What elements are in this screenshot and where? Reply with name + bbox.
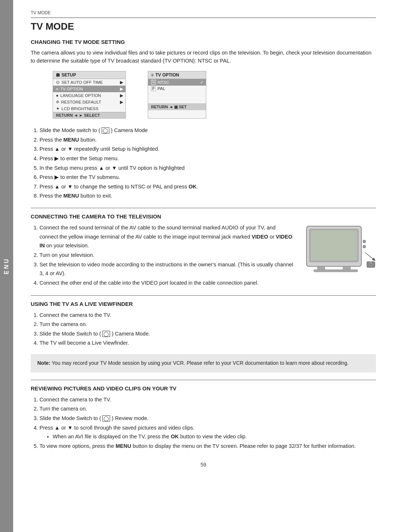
lcd-icon: ✦ [56, 106, 60, 111]
step-4: Press ▶ to enter the Setup menu. [40, 154, 376, 163]
breadcrumb: TV MODE [31, 10, 376, 18]
option-row-ntsc: N NTSC ✓ [148, 79, 206, 86]
enu-tab: ENU [0, 0, 13, 532]
review-step-5: To view more options, press the MENU but… [40, 442, 376, 451]
viewfinder-heading: USING THE TV AS A LIVE VIEWFINDER [31, 301, 376, 307]
step-3: Press ▲ or ▼ repeatedly until Setup is h… [40, 145, 376, 154]
svg-rect-5 [314, 270, 358, 272]
option-row-pal: P PAL [148, 86, 206, 92]
connecting-content: Connect the red sound terminal of the AV… [31, 223, 376, 288]
arrow-autooff: ▶ [120, 80, 123, 85]
section-divider-1 [31, 208, 376, 208]
tv-option-box: ≡ TV OPTION N NTSC ✓ P PAL [148, 71, 206, 119]
svg-point-7 [363, 245, 366, 248]
camera-mode-icon: ◯ [102, 127, 109, 134]
connect-step-4: Connect the other end of the cable into … [40, 278, 296, 288]
connect-step-1: Connect the red sound terminal of the AV… [40, 223, 296, 250]
review-sub-list: When an AVI file is displayed on the TV,… [53, 432, 376, 441]
svg-point-6 [363, 240, 366, 243]
note-box: Note: You may record your TV Mode sessio… [31, 354, 376, 372]
section-live-viewfinder: USING THE TV AS A LIVE VIEWFINDER Connec… [31, 301, 376, 348]
view-step-1: Connect the camera to the TV. [40, 311, 376, 320]
viewfinder-steps: Connect the camera to the TV. Turn the c… [40, 311, 376, 348]
tv-option-footer: RETURN ◄ ▣ SET [148, 104, 206, 110]
tv-option-header: ≡ TV OPTION [148, 71, 206, 79]
connecting-heading: CONNECTING THE CAMERA TO THE TELEVISION [31, 213, 376, 220]
arrow-tvoption: ▶ [120, 86, 123, 91]
connecting-steps: Connect the red sound terminal of the AV… [40, 223, 296, 287]
view-step-3: Slide the Mode Switch to ( ◯ ) Camera Mo… [40, 329, 376, 338]
changing-steps: Slide the Mode switch to ( ◯ ) Camera Mo… [40, 126, 376, 201]
svg-rect-2 [311, 231, 357, 261]
tv-svg [303, 223, 376, 282]
section-divider-2 [31, 295, 376, 296]
reviewing-steps: Connect the camera to the TV. Turn the c… [40, 395, 376, 451]
setup-icon: ▦ [56, 72, 60, 77]
setup-menu-box: ▦ SETUP ⊙ SET AUTO OFF TIME ▶ ≡ TV OPTIO… [53, 71, 126, 119]
review-mode-icon: ◯ [102, 415, 110, 422]
tv-illustration [303, 223, 376, 282]
checkmark-ntsc: ✓ [200, 80, 204, 85]
page-number: 59 [31, 462, 376, 468]
note-label: Note: [37, 360, 50, 366]
section-divider-3 [31, 380, 376, 380]
tvoption-menu-icon: ≡ [151, 72, 154, 78]
autooff-icon: ⊙ [56, 80, 60, 85]
svg-point-11 [370, 264, 372, 266]
reviewing-heading: REVIEWING PICTURES AND VIDEO CLIPS ON YO… [31, 385, 376, 391]
review-sub-item: When an AVI file is displayed on the TV,… [53, 432, 376, 441]
arrow-language: ▶ [120, 93, 123, 98]
enu-label: ENU [3, 258, 10, 274]
section-changing: CHANGING THE TV MODE SETTING The camera … [31, 39, 376, 201]
note-text: You may record your TV Mode session by u… [52, 360, 349, 366]
tvoption-icon: ≡ [56, 87, 59, 91]
svg-rect-12 [369, 262, 372, 263]
step-8: Press the MENU button to exit. [40, 191, 376, 201]
changing-intro: The camera allows you to view individual… [31, 49, 376, 65]
svg-line-8 [365, 252, 374, 260]
language-icon: ● [56, 93, 59, 98]
arrow-restore: ▶ [120, 100, 123, 105]
step-6: Press ▶ to enter the TV submenu. [40, 173, 376, 182]
section-connecting: CONNECTING THE CAMERA TO THE TELEVISION … [31, 213, 376, 288]
connecting-text: Connect the red sound terminal of the AV… [31, 223, 296, 288]
review-step-4: Press ▲ or ▼ to scroll through the saved… [40, 423, 376, 441]
review-step-1: Connect the camera to the TV. [40, 395, 376, 404]
section-reviewing: REVIEWING PICTURES AND VIDEO CLIPS ON YO… [31, 385, 376, 451]
view-step-4: The TV will become a Live Viewfinder. [40, 338, 376, 348]
view-step-2: Turn the camera on. [40, 320, 376, 329]
menu-row-tvoption: ≡ TV OPTION ▶ [53, 86, 125, 92]
menu-row-language: ● LANGUAGE OPTION ▶ [53, 92, 125, 99]
step-2: Press the MENU button. [40, 135, 376, 145]
menu-row-restore: ⚙ RESTORE DEFAULT ▶ [53, 99, 125, 105]
review-step-3: Slide the Mode Switch to ( ◯ ) Review mo… [40, 414, 376, 423]
step-5: In the Setup menu press ▲ or ▼ until TV … [40, 164, 376, 173]
setup-menu-header: ▦ SETUP [53, 71, 125, 79]
menu-row-autooff: ⊙ SET AUTO OFF TIME ▶ [53, 79, 125, 86]
connect-step-2: Turn on your television. [40, 251, 296, 260]
menu-row-lcd: ✦ LCD BRIGHTNESS [53, 105, 125, 112]
page-title: TV MODE [31, 21, 376, 32]
pal-icon: P [151, 86, 156, 91]
setup-menu-footer: RETURN ◄ ► SELECT [53, 112, 125, 118]
camera-mode-icon2: ◯ [102, 331, 110, 337]
step-1: Slide the Mode switch to ( ◯ ) Camera Mo… [40, 126, 376, 135]
menu-diagrams: ▦ SETUP ⊙ SET AUTO OFF TIME ▶ ≡ TV OPTIO… [53, 71, 376, 119]
step-7: Press ▲ or ▼ to change the setting to NT… [40, 182, 376, 191]
ntsc-icon: N [151, 80, 156, 85]
review-step-2: Turn the camera on. [40, 404, 376, 413]
changing-heading: CHANGING THE TV MODE SETTING [31, 39, 376, 45]
connect-step-3: Set the television to video mode accordi… [40, 260, 296, 278]
restore-icon: ⚙ [56, 100, 59, 104]
